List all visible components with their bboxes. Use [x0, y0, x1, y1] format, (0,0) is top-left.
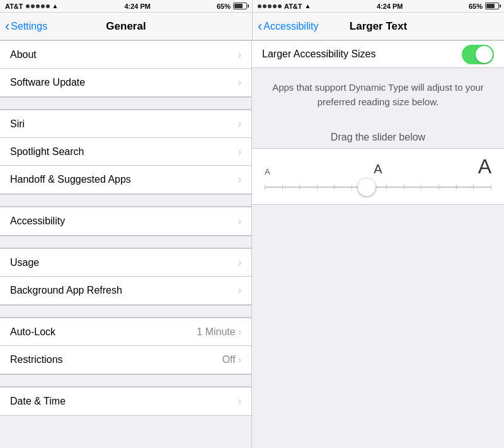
slider-thumb[interactable] [358, 178, 375, 196]
accessibility-sizes-label: Larger Accessibility Sizes [262, 49, 376, 60]
left-battery-icon [233, 3, 247, 9]
autolock-value: 1 Minute [197, 326, 235, 338]
right-panel: Larger Accessibility Sizes Apps that sup… [252, 40, 504, 448]
software-update-chevron-icon: › [238, 77, 241, 88]
left-carrier: AT&T [5, 3, 23, 10]
left-back-button[interactable]: ‹ Settings [5, 20, 47, 33]
left-battery-pct: 65% [217, 3, 231, 10]
slider-large-label: A [478, 156, 491, 176]
nav-bars: ‹ Settings General ‹ Accessibility Large… [0, 13, 504, 40]
slider-track-container[interactable] [265, 178, 491, 197]
group-about: About › Software Update › [0, 40, 251, 97]
right-back-label[interactable]: Accessibility [263, 21, 318, 32]
row-restrictions[interactable]: Restrictions Off › [0, 346, 251, 374]
right-dot-1 [258, 4, 261, 8]
signal-dot-4 [41, 4, 45, 8]
left-time: 4:24 PM [124, 3, 151, 10]
background-refresh-chevron-icon: › [238, 285, 241, 296]
status-bars: AT&T ▲ 4:24 PM 65% [0, 0, 504, 13]
row-spotlight[interactable]: Spotlight Search › [0, 138, 251, 166]
restrictions-value: Off [222, 354, 236, 365]
group-usage: Usage › Background App Refresh › [0, 248, 251, 305]
right-status-left: AT&T ▲ [258, 3, 311, 10]
accessibility-sizes-toggle[interactable] [462, 45, 494, 64]
row-datetime[interactable]: Date & Time › [0, 388, 251, 415]
description-area: Apps that support Dynamic Type will adju… [252, 68, 504, 122]
tick [334, 185, 335, 190]
right-dot-4 [273, 4, 277, 8]
group-siri: Siri › Spotlight Search › Handoff & Sugg… [0, 110, 251, 194]
autolock-label: Auto-Lock [10, 326, 55, 338]
slider-small-label: A [265, 167, 270, 176]
row-about[interactable]: About › [0, 41, 251, 69]
divider-2 [0, 194, 251, 207]
row-usage[interactable]: Usage › [0, 249, 251, 277]
accessibility-chevron-icon: › [238, 215, 241, 227]
siri-chevron-icon: › [238, 118, 241, 130]
signal-dot-5 [46, 4, 50, 8]
tick [421, 185, 421, 190]
left-back-chevron-icon: ‹ [5, 20, 9, 33]
right-signal-dots [258, 4, 282, 8]
left-nav-title: General [106, 20, 146, 33]
datetime-label: Date & Time [10, 396, 66, 407]
tick [299, 185, 300, 190]
slider-area: A A A [252, 148, 504, 205]
row-accessibility[interactable]: Accessibility › [0, 207, 251, 235]
divider-1 [0, 97, 251, 110]
restrictions-right: Off › [222, 354, 241, 365]
left-panel: About › Software Update › Siri › Spotlig… [0, 40, 252, 448]
tick [317, 185, 318, 190]
right-dot-2 [263, 4, 266, 8]
right-dot-3 [268, 4, 272, 8]
tick [438, 185, 439, 190]
left-wifi-icon: ▲ [52, 3, 59, 9]
row-software-update[interactable]: Software Update › [0, 69, 251, 96]
software-update-label: Software Update [10, 77, 85, 88]
usage-label: Usage [10, 257, 39, 268]
about-label: About [10, 49, 37, 60]
spotlight-chevron-icon: › [238, 146, 241, 158]
left-back-label[interactable]: Settings [11, 21, 47, 32]
left-nav-bar: ‹ Settings General [0, 13, 252, 40]
right-back-button[interactable]: ‹ Accessibility [258, 20, 318, 33]
divider-3 [0, 236, 251, 248]
right-back-chevron-icon: ‹ [258, 20, 262, 33]
restrictions-label: Restrictions [10, 354, 63, 365]
tick [473, 185, 474, 190]
tick [265, 185, 265, 190]
row-background-refresh[interactable]: Background App Refresh › [0, 277, 251, 304]
drag-label-area: Drag the slider below [252, 122, 504, 148]
left-status-right: 65% [217, 3, 247, 10]
right-carrier: AT&T [284, 3, 302, 10]
bottom-fill [252, 205, 504, 448]
about-chevron-icon: › [238, 49, 241, 60]
tick [386, 185, 387, 190]
divider-5 [0, 374, 251, 387]
tick [456, 185, 457, 190]
spotlight-label: Spotlight Search [10, 146, 84, 158]
tick [282, 185, 283, 190]
row-handoff[interactable]: Handoff & Suggested Apps › [0, 166, 251, 193]
panels: About › Software Update › Siri › Spotlig… [0, 40, 504, 448]
signal-dot-1 [26, 4, 30, 8]
right-battery-pct: 65% [469, 3, 483, 10]
signal-dots [26, 4, 50, 8]
siri-label: Siri [10, 118, 25, 130]
right-battery-icon [485, 3, 499, 9]
left-status-left: AT&T ▲ [5, 3, 58, 10]
autolock-right: 1 Minute › [197, 326, 241, 338]
right-dot-5 [278, 4, 282, 8]
row-siri[interactable]: Siri › [0, 110, 251, 138]
restrictions-chevron-icon: › [238, 354, 241, 365]
tick [352, 185, 352, 190]
tick [491, 185, 491, 190]
right-battery-fill [486, 4, 495, 8]
background-refresh-label: Background App Refresh [10, 285, 122, 296]
tick [404, 185, 404, 190]
autolock-chevron-icon: › [238, 326, 241, 338]
toggle-knob [476, 46, 493, 63]
description-text: Apps that support Dynamic Type will adju… [271, 81, 485, 109]
group-accessibility: Accessibility › [0, 207, 251, 236]
row-autolock[interactable]: Auto-Lock 1 Minute › [0, 318, 251, 346]
